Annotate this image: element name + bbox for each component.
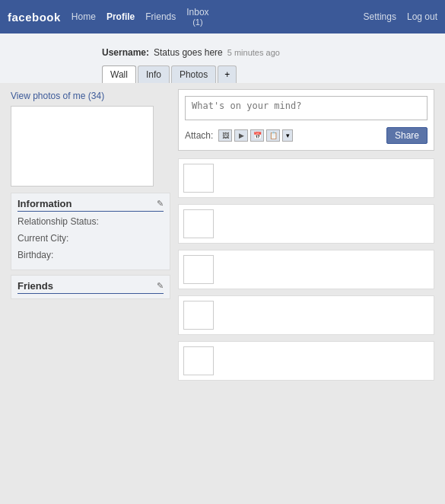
share-button[interactable]: Share [386, 127, 428, 144]
tab-wall[interactable]: Wall [102, 65, 136, 83]
right-column: Attach: 🖼 ▶ 📅 📋 ▾ Share [170, 89, 434, 387]
info-row-birthday: Birthday: [17, 248, 164, 262]
feed-thumb [183, 164, 214, 193]
feed-item [178, 295, 434, 335]
info-section-title: Information [17, 198, 72, 209]
feed-thumb [183, 346, 214, 375]
feed-thumb [183, 255, 214, 284]
feed-thumb [183, 209, 214, 238]
profile-status-time: 5 minutes ago [227, 48, 280, 57]
attach-label: Attach: [185, 130, 213, 141]
profile-username-label: Username: [102, 47, 149, 58]
feed-thumb [183, 301, 214, 330]
nav-settings[interactable]: Settings [364, 11, 396, 22]
feed-item [178, 158, 434, 198]
left-column: View photos of me (34) Information ✎ Rel… [11, 89, 170, 387]
nav-logout[interactable]: Log out [407, 11, 437, 22]
wall-attach-row: Attach: 🖼 ▶ 📅 📋 ▾ Share [185, 127, 428, 144]
info-section-header: Information ✎ [17, 198, 164, 212]
nav-home[interactable]: Home [72, 11, 96, 22]
info-section: Information ✎ Relationship Status: Curre… [11, 193, 170, 270]
info-row-city: Current City: [17, 231, 164, 245]
attach-video-icon[interactable]: ▶ [234, 129, 248, 142]
nav-inbox[interactable]: Inbox (1) [186, 7, 208, 27]
attach-icons: 🖼 ▶ 📅 📋 ▾ [218, 129, 293, 142]
feed-item [178, 250, 434, 289]
tab-photos[interactable]: Photos [171, 65, 216, 83]
profile-big-photo [11, 106, 154, 187]
profile-tabs: Wall Info Photos + [102, 65, 434, 83]
attach-dropdown[interactable]: ▾ [282, 129, 293, 142]
feed-item [178, 341, 434, 381]
attach-photo-icon[interactable]: 🖼 [218, 129, 232, 142]
friends-section-title: Friends [17, 280, 53, 292]
profile-header: Username: Status goes here 5 minutes ago… [0, 33, 445, 83]
info-row-relationship: Relationship Status: [17, 215, 164, 228]
navbar: facebook Home Profile Friends Inbox (1) … [0, 0, 445, 33]
attach-event-icon[interactable]: 📋 [266, 129, 280, 142]
profile-status-text: Status goes here [154, 47, 223, 58]
navbar-left: facebook Home Profile Friends Inbox (1) [8, 7, 209, 27]
nav-logo[interactable]: facebook [8, 11, 61, 24]
info-edit-icon[interactable]: ✎ [157, 199, 164, 209]
content-area: View photos of me (34) Information ✎ Rel… [0, 83, 445, 393]
friends-edit-icon[interactable]: ✎ [157, 281, 164, 291]
nav-friends[interactable]: Friends [145, 11, 176, 22]
nav-profile[interactable]: Profile [106, 11, 135, 22]
wall-post-box: Attach: 🖼 ▶ 📅 📋 ▾ Share [178, 89, 434, 151]
attach-link-icon[interactable]: 📅 [250, 129, 264, 142]
view-photos-link[interactable]: View photos of me (34) [11, 91, 170, 101]
navbar-right: Settings Log out [364, 11, 437, 22]
profile-info-area: Username: Status goes here 5 minutes ago… [102, 40, 434, 83]
tab-plus[interactable]: + [218, 65, 237, 83]
profile-status-line: Username: Status goes here 5 minutes ago [102, 47, 434, 58]
tab-info[interactable]: Info [138, 65, 170, 83]
friends-section-header: Friends ✎ [17, 280, 164, 294]
feed-item [178, 204, 434, 244]
friends-section: Friends ✎ [11, 275, 170, 299]
wall-input[interactable] [185, 96, 428, 120]
